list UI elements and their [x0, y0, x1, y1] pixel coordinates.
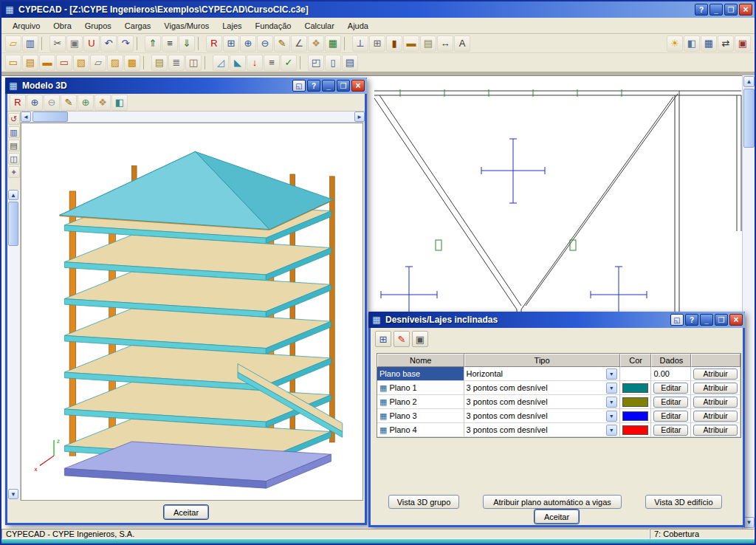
separator[interactable]	[143, 56, 148, 69]
tables-icon[interactable]: ▦	[701, 35, 717, 52]
color-swatch[interactable]	[622, 383, 649, 393]
copy-plane-icon[interactable]: ▣	[412, 331, 428, 347]
separator[interactable]	[137, 37, 142, 50]
editar-button[interactable]: Editar	[653, 397, 688, 408]
chevron-down-icon[interactable]: ▼	[606, 425, 617, 436]
entry-beams-icon[interactable]: ▭	[5, 55, 21, 71]
chevron-down-icon[interactable]: ▼	[606, 411, 617, 422]
maximize-button[interactable]: ❐	[724, 4, 738, 16]
extend-beam-icon[interactable]: ▬	[39, 55, 55, 71]
tipo-combo[interactable]: 3 pontos com desnível▼	[464, 395, 620, 409]
atribuir-button[interactable]: Atribuir	[693, 425, 738, 436]
close-button[interactable]: ×	[739, 4, 752, 16]
editar-button[interactable]: Editar	[653, 425, 688, 436]
drawings-icon[interactable]: ▯	[325, 55, 341, 71]
zoom-out-icon[interactable]: ⊖	[257, 35, 273, 52]
scroll-left-icon[interactable]: ◄	[21, 112, 31, 122]
text-icon[interactable]: A	[454, 35, 470, 52]
color-cell[interactable]	[620, 395, 652, 409]
group-list-icon[interactable]: ≡	[162, 35, 178, 52]
separator[interactable]	[205, 56, 210, 69]
hscrollbar-thumb[interactable]	[32, 112, 68, 122]
atribuir-button[interactable]: Atribuir	[693, 411, 738, 422]
mesh-icon[interactable]: ▦	[325, 35, 341, 52]
atribuir-plano-automatico-button[interactable]: Atribuir plano automático a vigas	[483, 495, 622, 509]
chevron-down-icon[interactable]: ▼	[606, 397, 617, 408]
editar-button[interactable]: Editar	[653, 411, 688, 422]
zoom-in-3d-icon[interactable]: ⊕	[78, 95, 94, 111]
redraw-icon[interactable]: ✎	[274, 35, 290, 52]
delete-plane-icon[interactable]: ✎	[394, 331, 410, 347]
loads-icon[interactable]: ↓	[247, 55, 263, 71]
slope-plane-icon[interactable]: ◿	[213, 55, 229, 71]
copy-icon[interactable]: ▣	[66, 35, 83, 52]
capture-icon[interactable]: ◫	[8, 153, 20, 165]
scroll-right-icon[interactable]: ►	[354, 112, 365, 122]
group-down-icon[interactable]: ⇓	[179, 35, 195, 52]
zoom-in-icon[interactable]: ⊕	[240, 35, 256, 52]
atribuir-button[interactable]: Atribuir	[693, 383, 738, 394]
dimension-icon[interactable]: ↔	[437, 35, 453, 52]
slab-edit-icon[interactable]: ▨	[107, 55, 123, 71]
editar-button[interactable]: Editar	[653, 383, 688, 394]
tipo-combo[interactable]: 3 pontos com desnível▼	[464, 423, 620, 437]
vista-3d-grupo-button[interactable]: Vista 3D grupo	[388, 495, 459, 509]
modelo-3d-maximize-button[interactable]: ❐	[337, 80, 350, 92]
print-3d-icon[interactable]: ▤	[8, 140, 20, 151]
separator[interactable]	[41, 37, 47, 50]
report-icon[interactable]: ▤	[342, 55, 358, 71]
row-name-cell[interactable]: Plano base	[377, 367, 464, 381]
color-cell[interactable]	[620, 409, 652, 423]
cut-icon[interactable]: ✂	[49, 35, 66, 52]
separator[interactable]	[198, 37, 203, 50]
exit-icon[interactable]: ▣	[735, 35, 751, 52]
scrollbar-thumb[interactable]	[743, 89, 755, 148]
redo-icon[interactable]: ↷	[117, 35, 134, 52]
adjust-beams-icon[interactable]: ▤	[22, 55, 38, 71]
aceitar-button[interactable]: Aceitar	[535, 510, 579, 524]
group-up-icon[interactable]: ⇑	[145, 35, 161, 52]
reinforcement-icon[interactable]: ≡	[264, 55, 280, 71]
m3d-scroll-up-icon[interactable]: ▲	[8, 190, 18, 200]
rotate-view-icon[interactable]: R	[206, 35, 222, 52]
measure-icon[interactable]: ∠	[291, 35, 307, 52]
rotate-left-icon[interactable]: ↺	[8, 113, 20, 125]
desniveis-close-button[interactable]: ×	[729, 314, 743, 326]
row-name-cell[interactable]: ▦Plano 4	[377, 423, 464, 437]
color-swatch[interactable]	[622, 397, 649, 407]
color-swatch[interactable]	[622, 425, 649, 435]
zoom-extents-icon[interactable]: ⊕	[27, 95, 43, 111]
building-3d-viewport[interactable]: x z	[21, 123, 363, 501]
menu-cargas[interactable]: Cargas	[118, 19, 157, 32]
menu-calcular[interactable]: Calcular	[298, 19, 340, 32]
menu-obra[interactable]: Obra	[47, 19, 78, 32]
levels-icon[interactable]: ▥	[8, 126, 20, 138]
check-icon[interactable]: ✓	[281, 55, 297, 71]
color-cell[interactable]	[620, 381, 652, 395]
atribuir-button[interactable]: Atribuir	[693, 369, 738, 380]
desniveis-detach-button[interactable]: ◱	[670, 314, 684, 326]
menu-ajuda[interactable]: Ajuda	[341, 19, 375, 32]
views-icon[interactable]: ◰	[308, 55, 324, 71]
pan-3d-icon[interactable]: ❖	[94, 95, 111, 111]
section-icon[interactable]: ✎	[61, 95, 77, 111]
zoom-prev-icon[interactable]: ⊖	[44, 95, 60, 111]
slab-copy-icon[interactable]: ▩	[124, 55, 140, 71]
render-icon[interactable]: ◧	[684, 35, 700, 52]
menu-arquivo[interactable]: Arquivo	[6, 19, 47, 32]
separator[interactable]	[344, 37, 349, 50]
chevron-down-icon[interactable]: ▼	[606, 369, 617, 380]
menu-lajes[interactable]: Lajes	[216, 19, 248, 32]
separator[interactable]	[300, 56, 305, 69]
row-name-cell[interactable]: ▦Plano 2	[377, 395, 464, 409]
tipo-combo[interactable]: 3 pontos com desnível▼	[464, 409, 620, 423]
slab-hole-icon[interactable]: ▱	[90, 55, 106, 71]
magnet-icon[interactable]: U	[83, 35, 100, 52]
light-icon[interactable]: ☀	[667, 35, 683, 52]
tipo-combo[interactable]: 3 pontos com desnível▼	[464, 381, 620, 395]
add-plane-icon[interactable]: ⊞	[375, 331, 391, 347]
undo-icon[interactable]: ↶	[100, 35, 117, 52]
m3d-scrollbar-thumb[interactable]	[8, 202, 18, 246]
menu-grupos[interactable]: Grupos	[78, 19, 118, 32]
detach-window-button[interactable]: ◱	[292, 80, 306, 92]
